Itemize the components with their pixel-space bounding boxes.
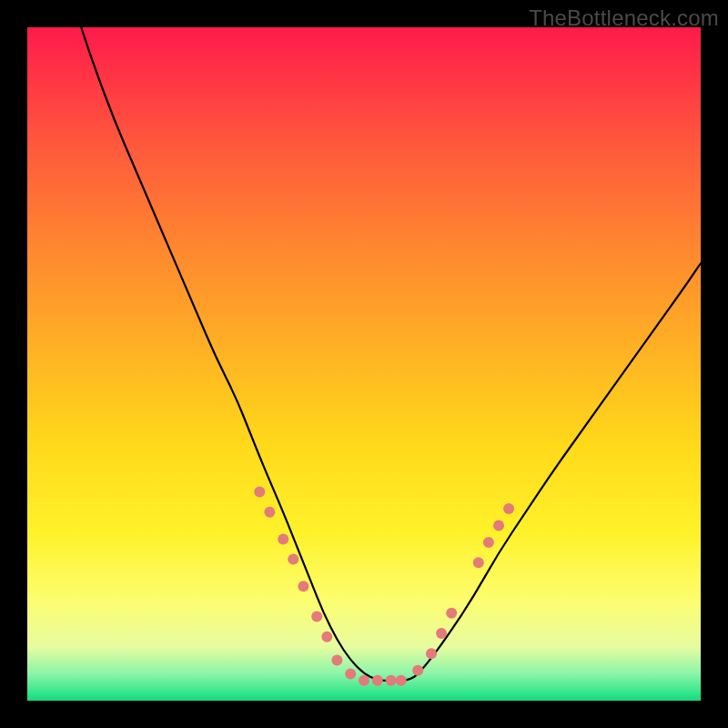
chart-frame: TheBottleneck.com	[0, 0, 728, 728]
curve-marker	[372, 675, 383, 686]
curve-svg	[27, 27, 701, 701]
curve-marker	[278, 533, 288, 544]
curve-marker	[298, 581, 308, 592]
curve-marker	[412, 665, 423, 676]
curve-markers	[254, 487, 514, 686]
curve-marker	[396, 675, 407, 686]
curve-marker	[321, 632, 332, 642]
curve-marker	[426, 648, 437, 659]
curve-marker	[359, 675, 369, 686]
curve-marker	[386, 675, 397, 686]
curve-marker	[436, 628, 447, 639]
curve-marker	[493, 521, 504, 531]
plot-area	[27, 27, 701, 701]
bottleneck-curve	[81, 27, 701, 681]
curve-marker	[503, 503, 514, 514]
curve-marker	[264, 507, 275, 518]
curve-marker	[473, 557, 484, 568]
curve-marker	[331, 655, 342, 666]
curve-marker	[483, 537, 494, 548]
curve-marker	[345, 668, 356, 679]
curve-marker	[288, 554, 298, 565]
curve-marker	[446, 608, 457, 619]
curve-marker	[311, 612, 322, 622]
curve-marker	[254, 487, 265, 498]
